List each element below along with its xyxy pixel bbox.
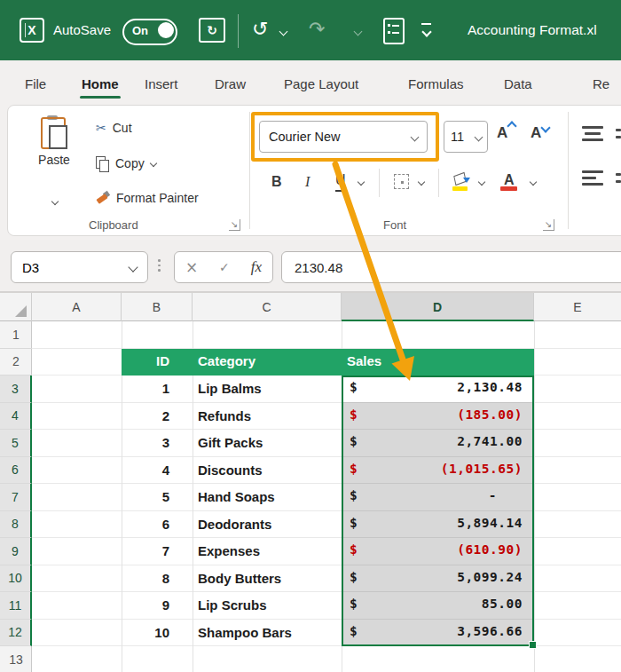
formula-input[interactable]: 2130.48 xyxy=(281,251,621,283)
tab-file[interactable]: File xyxy=(25,76,46,91)
format-painter-button[interactable]: Format Painter xyxy=(96,189,199,207)
tab-home[interactable]: Home xyxy=(82,76,119,91)
autosave-toggle[interactable]: On xyxy=(122,19,177,45)
font-group-label: Font xyxy=(383,218,406,232)
tab-insert[interactable]: Insert xyxy=(145,76,178,91)
cell-B6[interactable]: 4 xyxy=(122,457,193,485)
cell-B8[interactable]: 6 xyxy=(122,511,193,539)
cell-C6[interactable]: Discounts xyxy=(193,457,342,485)
copy-icon xyxy=(96,156,109,171)
cell-B10[interactable]: 8 xyxy=(122,565,193,593)
tab-page-layout[interactable]: Page Layout xyxy=(284,76,358,91)
cell-C4[interactable]: Refunds xyxy=(193,403,342,431)
clipboard-dialog-launcher[interactable]: ↘ xyxy=(229,219,240,231)
quick-access-icon[interactable] xyxy=(383,18,405,44)
borders-button[interactable] xyxy=(394,174,409,189)
cell-C9[interactable]: Expenses xyxy=(193,538,342,565)
cell-C11[interactable]: Lip Scrubs xyxy=(193,592,342,620)
titlebar-divider xyxy=(238,14,239,48)
redo-button[interactable]: ↷ xyxy=(309,18,325,41)
row-header-1[interactable]: 1 xyxy=(0,321,32,349)
row-header-12[interactable]: 12 xyxy=(0,620,32,647)
cell-B4[interactable]: 2 xyxy=(122,403,193,431)
paste-chevron-icon xyxy=(51,198,59,205)
copy-button[interactable]: Copy xyxy=(96,154,156,172)
cell-C2[interactable]: Category xyxy=(198,353,255,368)
cancel-button[interactable]: × xyxy=(185,258,198,276)
name-box[interactable]: D3 xyxy=(11,251,148,283)
row-header-9[interactable]: 9 xyxy=(0,538,32,565)
cell-D2[interactable]: Sales xyxy=(347,353,381,368)
cell-B12[interactable]: 10 xyxy=(122,620,193,647)
fill-color-button[interactable] xyxy=(452,172,470,185)
cell-C8[interactable]: Deodorants xyxy=(193,511,342,539)
format-painter-label: Format Painter xyxy=(116,191,199,205)
tab-data[interactable]: Data xyxy=(504,76,532,91)
cell-B9[interactable]: 7 xyxy=(122,538,193,565)
cell-B5[interactable]: 3 xyxy=(122,430,193,457)
column-header-B[interactable]: B xyxy=(122,293,193,321)
cell-C3[interactable]: Lip Balms xyxy=(193,376,342,403)
font-size-value: 11 xyxy=(444,130,476,144)
font-dialog-launcher[interactable]: ↘ xyxy=(543,219,554,231)
select-all-corner[interactable] xyxy=(0,293,32,321)
cell-B3[interactable]: 1 xyxy=(122,376,193,403)
grow-font-button[interactable]: A xyxy=(497,124,507,142)
formula-value: 2130.48 xyxy=(282,260,342,275)
shrink-font-button[interactable]: A xyxy=(531,124,541,142)
row-header-10[interactable]: 10 xyxy=(0,565,32,593)
scissors-icon: ✂ xyxy=(96,121,106,135)
cell-B2[interactable]: ID xyxy=(122,353,193,368)
save-icon[interactable]: ↻ xyxy=(199,18,225,43)
select-all-triangle-icon xyxy=(15,305,27,317)
column-header-D[interactable]: D xyxy=(342,293,534,321)
shrink-font-letter: A xyxy=(531,124,541,141)
row-header-7[interactable]: 7 xyxy=(0,484,32,511)
tab-re[interactable]: Re xyxy=(593,76,609,91)
format-painter-icon xyxy=(96,191,110,205)
paste-button[interactable]: Paste xyxy=(27,114,82,211)
row-header-5[interactable]: 5 xyxy=(0,430,32,457)
cut-button[interactable]: ✂ Cut xyxy=(96,119,132,137)
insert-function-button[interactable]: fx xyxy=(251,258,262,276)
column-header-A[interactable]: A xyxy=(32,293,122,321)
cell-C10[interactable]: Body Butters xyxy=(193,565,342,593)
font-name-combo[interactable]: Courier New xyxy=(259,121,428,153)
row-header-11[interactable]: 11 xyxy=(0,592,32,620)
row-header-8[interactable]: 8 xyxy=(0,511,32,539)
formula-bar: D3 × ✓ fx 2130.48 xyxy=(0,240,621,293)
row-header-4[interactable]: 4 xyxy=(0,403,32,431)
copy-label: Copy xyxy=(115,156,145,170)
redo-chevron-icon[interactable] xyxy=(354,28,363,36)
cell-C12[interactable]: Shampoo Bars xyxy=(193,620,342,647)
excel-logo-icon[interactable]: X xyxy=(20,18,44,43)
row-header-3[interactable]: 3 xyxy=(0,376,32,403)
cell-C5[interactable]: Gift Packs xyxy=(193,430,342,457)
sheet-grid: ID Category Sales ABCDE12345678910111213… xyxy=(0,293,621,672)
cell-B7[interactable]: 5 xyxy=(122,484,193,511)
excel-window: X AutoSave On ↻ ↺ ↷ Accounting Format.xl… xyxy=(0,0,621,672)
undo-button[interactable]: ↺ xyxy=(252,18,268,41)
underline-button[interactable]: U xyxy=(335,170,346,192)
cut-label: Cut xyxy=(113,121,132,135)
tab-formulas[interactable]: Formulas xyxy=(408,76,464,91)
copy-chevron-icon xyxy=(149,160,156,167)
row-header-2[interactable]: 2 xyxy=(0,349,32,376)
column-header-C[interactable]: C xyxy=(193,293,342,321)
enter-button[interactable]: ✓ xyxy=(219,260,230,274)
cell-C7[interactable]: Hand Soaps xyxy=(193,484,342,511)
sync-arrows-icon: ↻ xyxy=(207,23,217,37)
undo-chevron-icon[interactable] xyxy=(279,28,288,36)
row-header-6[interactable]: 6 xyxy=(0,457,32,485)
sheet-row-1 xyxy=(32,321,621,349)
tab-draw[interactable]: Draw xyxy=(215,76,246,91)
column-header-E[interactable]: E xyxy=(534,293,621,321)
bold-button[interactable]: B xyxy=(271,170,282,194)
row-header-13[interactable]: 13 xyxy=(0,646,32,672)
font-size-combo[interactable]: 11 xyxy=(444,121,488,153)
cell-B11[interactable]: 9 xyxy=(122,592,193,620)
selection-border xyxy=(342,376,534,646)
paste-clipboard-icon xyxy=(41,115,67,149)
italic-button[interactable]: I xyxy=(305,170,310,194)
fill-handle[interactable] xyxy=(529,641,537,649)
